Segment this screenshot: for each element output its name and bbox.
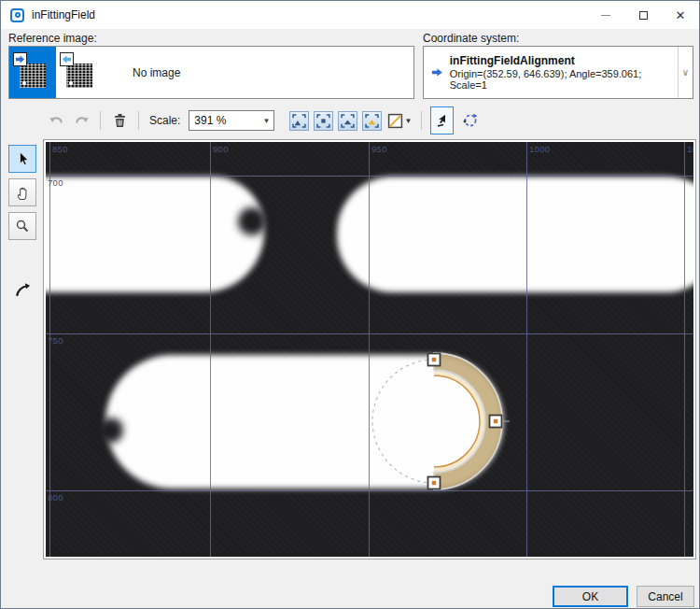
canvas-toolbar: Scale: 391 % ▼ ▼ [46,106,483,135]
image-canvas-frame: 85090095010001050700750800 [43,139,696,559]
arc-tool-button[interactable] [8,276,36,304]
redo-icon [74,114,90,128]
scale-label: Scale: [149,114,180,127]
chevron-down-icon: ▼ [404,117,412,125]
coordinate-system-label: Coordinate system: [423,32,519,45]
no-fill-icon [387,113,403,129]
handle-mid-dot [494,419,497,423]
title-bar[interactable]: inFittingField ✕ [1,1,699,29]
toolbar-separator [421,111,422,130]
select-alignment-tool-button[interactable] [430,106,454,135]
zoom-fit-region-button[interactable] [362,111,382,131]
tool-palette-spacer [8,246,36,270]
maximize-icon [639,11,648,20]
zoom-fit-region-icon [365,114,379,128]
coordinate-system-name: inFittingFieldAlignment [450,54,678,67]
cancel-button[interactable]: Cancel [637,586,694,607]
close-icon: ✕ [676,9,686,21]
zoom-fit-image-button[interactable] [338,111,357,131]
coordinate-system-details: Origin=(352.59, 646.639); Angle=359.061;… [450,68,678,91]
scale-value: 391 % [194,114,226,127]
handle-start-dot [432,358,436,361]
redo-button[interactable] [71,109,91,132]
arc-fit-overlay [46,142,693,557]
toolbar-separator [100,111,101,130]
zoom-original-icon [316,114,330,128]
minimize-icon [601,15,610,16]
delete-button[interactable] [109,109,130,132]
no-image-text: No image [133,66,180,79]
image-canvas[interactable]: 85090095010001050700750800 [46,142,693,557]
scale-combobox[interactable]: 391 % ▼ [189,110,274,131]
zoom-fit-selection-button[interactable] [289,111,309,131]
chevron-down-icon: ∨ [682,67,689,78]
window-title: inFittingField [32,8,95,21]
rotate-tool-button[interactable] [458,106,483,135]
handle-end-dot [432,481,436,485]
ok-button[interactable]: OK [553,586,628,607]
magnifier-icon [15,219,30,234]
coordinate-system-combobox[interactable]: inFittingFieldAlignment Origin=(352.59, … [423,46,693,99]
select-cursor-icon [16,151,30,167]
reference-thumbnail-backward[interactable] [56,47,103,98]
alignment-cursor-icon [435,113,450,129]
reference-thumbnail-forward[interactable] [9,47,56,98]
hand-icon [15,185,31,201]
minimize-button[interactable] [587,1,624,29]
undo-icon [49,114,64,128]
chevron-down-icon: ▼ [262,117,270,125]
dialog-infittingfield: inFittingField ✕ Reference image: No ima… [0,0,700,609]
zoom-tool-button[interactable] [8,212,36,240]
tool-palette [8,145,36,304]
rotate-icon [462,112,479,129]
forward-arrow-icon [13,52,27,66]
background-mode-button[interactable]: ▼ [386,110,413,131]
zoom-fit-image-icon [341,114,355,128]
toolbar-separator [138,111,139,130]
backward-arrow-icon [60,52,74,66]
select-tool-button[interactable] [8,145,36,173]
undo-button[interactable] [46,109,66,132]
zoom-fit-selection-icon [292,114,306,128]
reference-image-label: Reference image: [8,32,97,45]
alignment-arrow-icon [431,66,443,78]
maximize-button[interactable] [624,1,662,29]
zoom-original-button[interactable] [314,111,333,131]
pan-tool-button[interactable] [8,178,36,206]
reference-image-box: No image [8,46,414,99]
arc-icon [14,281,32,299]
reference-image-icon [66,64,92,88]
app-icon [10,8,24,22]
coordinate-dropdown-button[interactable]: ∨ [678,47,693,98]
reference-image-icon [20,64,46,88]
fit-circle-dashed [372,360,434,483]
close-button[interactable]: ✕ [662,1,699,29]
trash-icon [113,113,127,128]
